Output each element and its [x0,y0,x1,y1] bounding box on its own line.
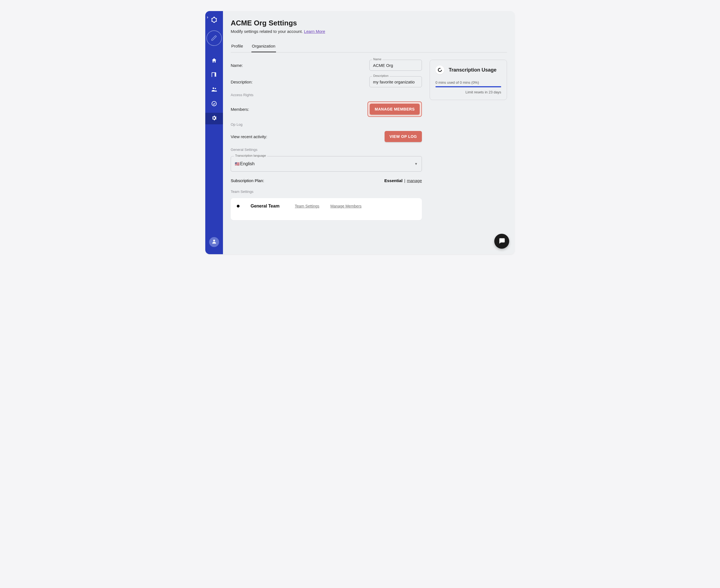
tab-organization[interactable]: Organization [251,41,276,52]
svg-point-5 [211,21,212,22]
view-oplog-button[interactable]: VIEW OP LOG [385,131,422,142]
subscription-label: Subscription Plan: [231,178,264,183]
svg-point-0 [212,18,216,22]
desc-input-wrap: Description [369,76,422,87]
svg-point-7 [213,88,214,89]
usage-icon [436,65,444,74]
svg-point-3 [216,21,217,22]
nav-settings[interactable] [205,113,223,124]
main-content: ACME Org Settings Modify settings relate… [223,11,515,254]
tabs: Profile Organization [231,41,507,52]
language-value: English [240,161,254,166]
chat-button[interactable] [494,234,509,249]
name-label: Name: [231,63,243,68]
nav-tasks[interactable] [205,98,223,110]
team-row: General Team Team Settings Manage Member… [237,204,416,209]
usage-progress-bar [436,86,501,87]
people-icon [211,86,217,93]
team-settings-link[interactable]: Team Settings [295,204,319,208]
nav-team[interactable] [205,84,223,96]
general-section-heading: General Settings [231,148,422,152]
team-manage-link[interactable]: Manage Members [331,204,362,208]
usage-title: Transcription Usage [449,67,496,73]
oplog-label: View recent activity: [231,134,267,139]
gear-icon [211,115,217,122]
page-subtitle: Modify settings related to your account.… [231,29,507,34]
learn-more-link[interactable]: Learn More [304,29,325,34]
svg-point-8 [215,88,216,89]
sidebar-expand-icon[interactable] [206,16,209,20]
name-float-label: Name [372,58,382,61]
usage-reset: Limit resets in 23 days [436,90,501,94]
usage-card: Transcription Usage 0 mins used of 0 min… [430,60,507,100]
desc-label: Description: [231,80,253,84]
subscription-plan: Essential [384,178,403,183]
team-status-dot [237,205,239,208]
desc-float-label: Description [372,74,389,77]
tab-profile[interactable]: Profile [231,41,244,52]
svg-point-6 [211,18,212,19]
desc-input[interactable] [369,76,422,87]
team-card: General Team Team Settings Manage Member… [231,198,422,220]
flag-icon: 🇺🇸 [235,162,239,166]
manage-members-highlight: MANAGE MEMBERS [367,101,422,117]
app-window: ACME Org Settings Modify settings relate… [205,11,515,254]
subscription-manage-link[interactable]: manage [407,178,422,183]
subscription-divider: | [404,178,405,183]
team-name: General Team [251,204,284,209]
name-input[interactable] [369,60,422,71]
language-select[interactable]: 🇺🇸English ▼ [231,156,422,172]
book-icon [211,72,217,79]
edit-button[interactable] [206,30,222,46]
language-select-wrap: Transcription language 🇺🇸English ▼ [231,156,422,172]
home-icon [211,58,217,65]
oplog-section-heading: Op Log [231,122,422,127]
name-input-wrap: Name [369,60,422,71]
sidebar [205,11,223,254]
manage-members-button[interactable]: MANAGE MEMBERS [370,104,420,115]
language-float-label: Transcription language [234,154,267,157]
nav-library[interactable] [205,70,223,81]
check-circle-icon [211,101,217,108]
teams-section-heading: Team Settings [231,190,422,194]
svg-point-1 [214,17,215,18]
svg-point-9 [212,101,217,106]
usage-text: 0 mins used of 0 mins (0%) [436,80,501,85]
page-title: ACME Org Settings [231,19,507,27]
user-avatar[interactable] [209,237,219,247]
svg-point-11 [438,68,442,71]
nav-home[interactable] [205,55,223,67]
chevron-down-icon: ▼ [415,162,418,166]
svg-point-2 [216,18,217,19]
app-logo[interactable] [210,16,218,24]
person-icon [211,239,217,245]
chat-icon [498,237,505,245]
members-label: Members: [231,107,249,112]
svg-point-10 [213,239,215,241]
svg-point-4 [214,22,215,23]
access-section-heading: Access Rights [231,93,422,97]
